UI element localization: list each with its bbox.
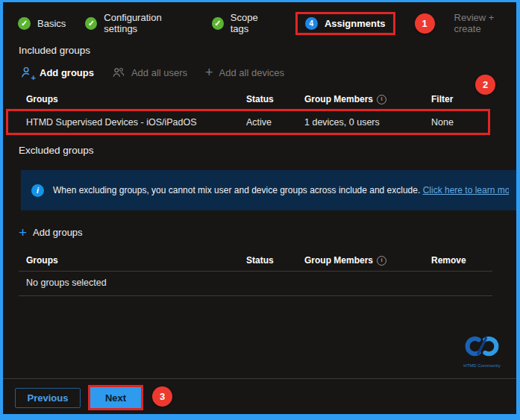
included-groups-toolbar: + Add groups Add all users + Add all dev…: [20, 66, 284, 79]
screenshot-frame: ✓ Basics ✓ Configuration settings ✓ Scop…: [0, 0, 520, 420]
info-banner: i When excluding groups, you cannot mix …: [21, 170, 516, 210]
info-icon[interactable]: i: [377, 256, 386, 266]
tab-label: Basics: [37, 18, 66, 29]
group-members-value: 1 devices, 0 users: [304, 117, 431, 128]
tab-label: Configuration settings: [104, 12, 192, 34]
empty-table-message: No groups selected: [26, 278, 107, 288]
info-icon[interactable]: i: [377, 95, 386, 104]
plus-icon: +: [19, 225, 27, 239]
excluded-table-header: Groups Status Group Members i Remove: [0, 255, 520, 266]
previous-button[interactable]: Previous: [15, 388, 81, 408]
column-groups: Groups: [26, 94, 246, 104]
divider: [19, 271, 492, 272]
plus-badge: +: [31, 74, 36, 82]
banner-text: When excluding groups, you cannot mix us…: [53, 185, 509, 195]
column-status: Status: [246, 94, 304, 104]
check-icon: ✓: [212, 17, 224, 30]
tab-configuration-settings[interactable]: ✓ Configuration settings: [85, 12, 192, 34]
add-groups-button[interactable]: + Add groups: [20, 66, 94, 79]
step-number-badge: 4: [305, 17, 318, 30]
wizard-steps: ✓ Basics ✓ Configuration settings ✓ Scop…: [18, 10, 520, 36]
status-value: Active: [246, 117, 304, 128]
included-groups-heading: Included groups: [19, 45, 90, 56]
annotation-step-3: 3: [152, 386, 172, 407]
plus-icon: +: [205, 66, 213, 79]
annotation-step-1: 1: [415, 13, 435, 34]
tab-scope-tags[interactable]: ✓ Scope tags: [212, 12, 276, 34]
add-groups-label: Add groups: [33, 227, 83, 238]
add-groups-label: Add groups: [40, 67, 94, 78]
tab-review-create: Review + create: [454, 12, 520, 34]
annotation-box-next: Next: [88, 385, 143, 410]
next-button[interactable]: Next: [90, 387, 141, 408]
add-all-users-button: Add all users: [112, 66, 187, 79]
annotation-box-included-row: HTMD Supervised Devices - iOS/iPadOS Act…: [6, 109, 490, 135]
included-table-header: Groups Status Group Members i Filter: [0, 94, 520, 104]
check-icon: ✓: [85, 17, 97, 30]
column-group-members: Group Members i: [304, 255, 431, 266]
tab-basics[interactable]: ✓ Basics: [18, 17, 66, 30]
person-add-icon: +: [20, 66, 34, 79]
annotation-step-2: 2: [475, 75, 495, 95]
divider: [19, 295, 492, 296]
column-status: Status: [246, 255, 304, 266]
excluded-groups-heading: Excluded groups: [19, 145, 94, 156]
people-icon: [112, 66, 125, 79]
logo-caption: HTMD Community: [457, 363, 507, 368]
column-remove: Remove: [431, 255, 490, 266]
group-name-link[interactable]: HTMD Supervised Devices - iOS/iPadOS: [26, 117, 246, 128]
excluded-add-groups-button[interactable]: + Add groups: [19, 225, 83, 239]
learn-more-link[interactable]: Click here to learn more about: [423, 185, 509, 195]
tab-label: Scope tags: [231, 12, 276, 34]
check-icon: ✓: [18, 17, 31, 30]
add-all-devices-button: + Add all devices: [205, 66, 284, 79]
add-all-devices-label: Add all devices: [219, 67, 284, 78]
info-icon: i: [31, 184, 44, 197]
table-row[interactable]: HTMD Supervised Devices - iOS/iPadOS Act…: [8, 117, 488, 128]
logo-icon: [462, 334, 502, 360]
column-group-members: Group Members i: [304, 94, 431, 104]
tab-assignments[interactable]: 4 Assignments: [305, 17, 386, 30]
tab-label: Review + create: [454, 12, 520, 34]
tab-label: Assignments: [325, 18, 386, 29]
column-filter: Filter: [431, 94, 490, 104]
htmd-community-logo: HTMD Community: [457, 334, 507, 368]
filter-value: None: [431, 117, 488, 128]
annotation-box-assignments: 4 Assignments: [295, 12, 395, 35]
column-groups: Groups: [26, 255, 246, 266]
add-all-users-label: Add all users: [131, 67, 187, 78]
footer-divider: [3, 378, 516, 379]
